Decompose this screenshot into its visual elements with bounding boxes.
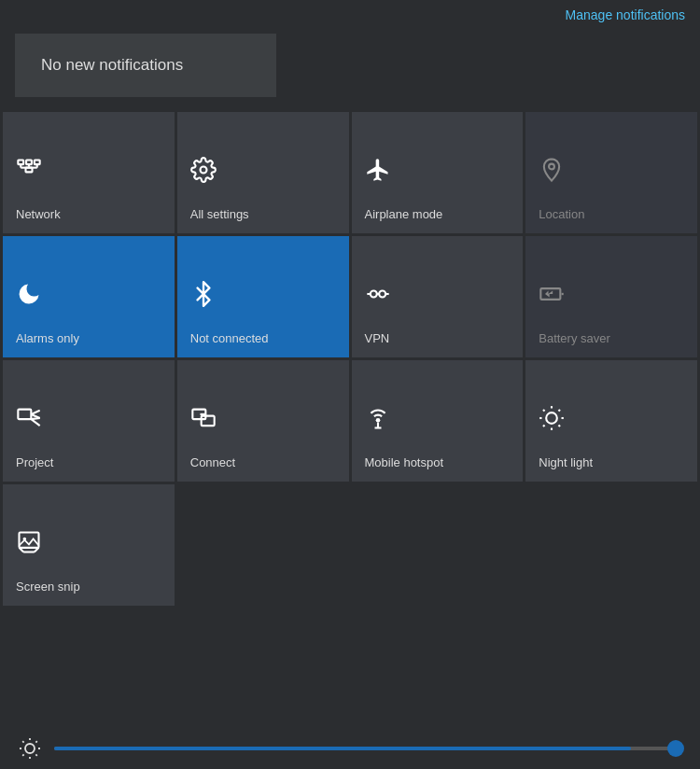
tile-battery-saver[interactable]: Battery saver [525, 236, 697, 357]
manage-notifications-link[interactable]: Manage notifications [566, 7, 685, 22]
battery-icon [539, 281, 565, 307]
svg-line-22 [31, 420, 39, 426]
tile-vpn-label: VPN [365, 331, 511, 346]
tile-alarms-only-label: Alarms only [16, 331, 161, 346]
network-icon [16, 157, 42, 183]
bluetooth-icon [190, 281, 217, 307]
svg-point-10 [549, 164, 554, 170]
brightness-icon [19, 737, 41, 760]
svg-rect-1 [26, 161, 32, 165]
tile-mobile-hotspot-label: Mobile hotspot [365, 455, 511, 470]
svg-point-29 [546, 413, 557, 425]
tile-network[interactable]: Network [3, 112, 175, 233]
svg-point-11 [370, 291, 376, 298]
tile-screen-snip[interactable]: Screen snip [3, 484, 175, 606]
svg-line-46 [22, 741, 23, 742]
svg-line-19 [31, 411, 39, 414]
brightness-fill [54, 747, 631, 750]
tile-airplane-mode[interactable]: Airplane mode [352, 112, 524, 233]
svg-line-33 [559, 426, 561, 427]
svg-rect-0 [18, 161, 23, 165]
tile-all-settings-label: All settings [190, 207, 336, 222]
tile-mobile-hotspot[interactable]: Mobile hotspot [352, 360, 524, 482]
airplane-icon [365, 157, 391, 183]
tile-location[interactable]: Location [525, 112, 697, 233]
moon-icon [16, 281, 42, 307]
svg-rect-24 [201, 416, 214, 426]
tile-alarms-only[interactable]: Alarms only [3, 236, 175, 357]
svg-line-37 [559, 410, 561, 412]
project-icon [16, 405, 42, 431]
tile-bluetooth[interactable]: Not connected [177, 236, 349, 357]
svg-rect-2 [35, 161, 40, 165]
quick-actions-row-bottom: Screen snip [0, 484, 700, 608]
svg-rect-18 [18, 410, 31, 420]
brightness-track[interactable] [54, 747, 681, 750]
no-notifications-box: No new notifications [15, 34, 276, 97]
empty-tile-3 [525, 484, 697, 606]
tile-project[interactable]: Project [3, 360, 175, 482]
top-bar: Manage notifications [0, 0, 700, 26]
tile-location-label: Location [539, 207, 684, 222]
tile-vpn[interactable]: VPN [352, 236, 524, 357]
svg-line-47 [35, 754, 36, 755]
nightlight-icon [539, 405, 565, 431]
svg-line-51 [35, 741, 36, 742]
empty-tile-2 [352, 484, 524, 606]
svg-point-12 [379, 291, 385, 298]
hotspot-icon [365, 405, 391, 431]
svg-line-36 [543, 426, 545, 427]
quick-actions-row1: Network All settings Airplane mode Locat… [0, 112, 700, 484]
tile-night-light[interactable]: Night light [525, 360, 697, 482]
svg-point-9 [200, 167, 206, 174]
tile-connect[interactable]: Connect [177, 360, 349, 482]
action-center: Manage notifications No new notification… [0, 0, 700, 769]
brightness-slider-area [0, 720, 700, 769]
no-notifications-text: No new notifications [41, 56, 183, 74]
tile-all-settings[interactable]: All settings [177, 112, 349, 233]
svg-point-43 [25, 744, 35, 753]
location-icon [539, 157, 565, 183]
tile-network-label: Network [16, 207, 161, 222]
tile-night-light-label: Night light [539, 455, 684, 470]
tile-project-label: Project [16, 455, 161, 470]
empty-tile-1 [177, 484, 349, 606]
brightness-thumb[interactable] [667, 740, 684, 757]
snip-icon [16, 529, 42, 555]
svg-line-32 [543, 410, 545, 412]
svg-rect-8 [26, 168, 33, 173]
tile-screen-snip-label: Screen snip [16, 580, 161, 594]
tile-battery-saver-label: Battery saver [539, 331, 684, 346]
settings-icon [190, 157, 217, 183]
svg-point-26 [375, 418, 380, 423]
vpn-icon [365, 281, 391, 307]
notification-area: No new notifications [0, 26, 700, 112]
tile-connect-label: Connect [190, 455, 336, 470]
tile-bluetooth-label: Not connected [190, 331, 336, 346]
tile-airplane-mode-label: Airplane mode [365, 207, 511, 222]
connect-icon [190, 405, 217, 431]
svg-line-50 [22, 754, 23, 755]
